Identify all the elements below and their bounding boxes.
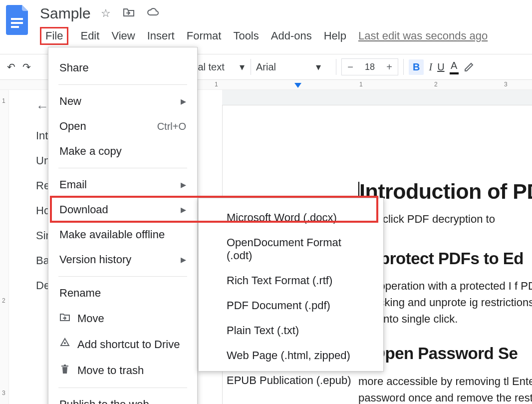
submenu-arrow-icon: ▸: [181, 178, 186, 191]
outline-item[interactable]: Ded: [36, 279, 48, 292]
menu-move-trash[interactable]: Move to trash: [48, 358, 197, 384]
chevron-down-icon: ▾: [316, 61, 321, 73]
redo-icon[interactable]: ↷: [22, 61, 31, 73]
font-size-decrease[interactable]: −: [342, 59, 359, 74]
font-size-increase[interactable]: +: [381, 59, 398, 74]
download-html[interactable]: Web Page (.html, zipped): [199, 343, 383, 368]
menu-make-copy[interactable]: Make a copy: [48, 139, 197, 164]
menu-file[interactable]: File: [40, 27, 68, 45]
menu-rename[interactable]: Rename: [48, 281, 197, 306]
menu-tools[interactable]: Tools: [233, 29, 259, 42]
menu-email[interactable]: Email▸: [48, 172, 197, 197]
download-pdf[interactable]: PDF Document (.pdf): [199, 293, 383, 318]
undo-icon[interactable]: ↶: [7, 61, 15, 73]
menu-addons[interactable]: Add-ons: [271, 29, 312, 42]
highlight-icon[interactable]: [464, 60, 475, 74]
text-color-button[interactable]: A: [450, 60, 459, 74]
separator: [58, 276, 187, 277]
separator: [58, 388, 187, 388]
menu-format[interactable]: Format: [187, 29, 222, 42]
menu-new[interactable]: New▸: [48, 89, 197, 114]
document-title[interactable]: Sample: [40, 5, 91, 22]
submenu-arrow-icon: ▸: [181, 203, 186, 216]
font-select[interactable]: Arial ▾: [256, 61, 331, 73]
separator: [336, 59, 336, 75]
paragraph: more accessible by removing tl Enter the…: [358, 373, 532, 404]
menu-view[interactable]: View: [111, 29, 135, 42]
font-size-value[interactable]: 18: [359, 62, 381, 72]
docs-logo-icon[interactable]: [6, 5, 30, 35]
svg-rect-2: [11, 26, 19, 28]
menu-insert[interactable]: Insert: [147, 29, 175, 42]
outline-back-icon[interactable]: ←: [36, 99, 48, 114]
menu-download[interactable]: Download▸: [48, 197, 197, 222]
download-submenu: Microsoft Word (.docx) OpenDocument Form…: [198, 198, 384, 372]
last-edit-link[interactable]: Last edit was seconds ago: [358, 29, 488, 42]
file-menu-dropdown: Share New▸ OpenCtrl+O Make a copy Email▸…: [48, 47, 198, 404]
submenu-arrow-icon: ▸: [181, 95, 186, 108]
chevron-down-icon: ▾: [240, 61, 245, 73]
trash-icon: [59, 364, 70, 378]
download-txt[interactable]: Plain Text (.txt): [199, 318, 383, 343]
separator: [58, 168, 187, 168]
menu-open[interactable]: OpenCtrl+O: [48, 114, 197, 139]
menu-offline[interactable]: Make available offline: [48, 222, 197, 247]
menubar: File Edit View Insert Format Tools Add-o…: [40, 27, 488, 45]
download-docx[interactable]: Microsoft Word (.docx): [199, 205, 383, 230]
menu-version-history[interactable]: Version history▸: [48, 247, 197, 272]
outline-item[interactable]: How: [36, 204, 48, 217]
download-rtf[interactable]: Rich Text Format (.rtf): [199, 268, 383, 293]
outline-item[interactable]: Bat: [36, 254, 48, 267]
move-folder-icon[interactable]: [123, 7, 135, 20]
menu-edit[interactable]: Edit: [80, 29, 99, 42]
font-size-stepper: − 18 +: [341, 58, 398, 75]
color-indicator: [450, 72, 459, 74]
bold-button[interactable]: B: [409, 59, 424, 75]
menu-help[interactable]: Help: [324, 29, 346, 42]
download-odt[interactable]: OpenDocument Format (.odt): [199, 230, 383, 268]
paragraph: edit operation with a protected I f PDF …: [358, 278, 532, 327]
subtitle: One-click PDF decryption to: [358, 211, 532, 227]
download-epub[interactable]: EPUB Publication (.epub): [199, 368, 383, 393]
folder-move-icon: [59, 312, 70, 326]
heading-2: F Open Password Se: [358, 341, 532, 366]
heading-2: Unprotect PDFs to Ed: [358, 246, 532, 271]
outline-item[interactable]: Ren: [36, 179, 48, 192]
menu-add-shortcut[interactable]: Add shortcut to Drive: [48, 332, 197, 358]
underline-button[interactable]: U: [437, 61, 444, 73]
outline-item[interactable]: Intro: [36, 129, 48, 142]
svg-rect-1: [11, 22, 23, 24]
heading-1: Introduction of PDF: [358, 175, 532, 208]
submenu-arrow-icon: ▸: [181, 253, 186, 266]
indent-marker-icon[interactable]: [294, 83, 301, 88]
separator: [403, 59, 404, 75]
star-icon[interactable]: ☆: [101, 7, 111, 20]
menu-share[interactable]: Share: [48, 55, 197, 80]
outline-item[interactable]: Unlo: [36, 154, 48, 167]
cloud-status-icon[interactable]: [147, 7, 160, 20]
vertical-ruler[interactable]: 1 2 3: [0, 90, 9, 404]
italic-button[interactable]: I: [429, 61, 432, 73]
app-header: Sample ☆ File Edit View Insert Format To…: [0, 0, 532, 45]
separator: [58, 84, 187, 85]
menu-publish[interactable]: Publish to the web: [48, 392, 197, 404]
document-outline: ← Intro Unlo Ren How Sim Bat Ded: [9, 90, 48, 404]
separator: [251, 59, 251, 75]
drive-shortcut-icon: [59, 338, 70, 352]
outline-item[interactable]: Sim: [36, 229, 48, 242]
svg-rect-0: [11, 18, 23, 20]
menu-move[interactable]: Move: [48, 306, 197, 332]
